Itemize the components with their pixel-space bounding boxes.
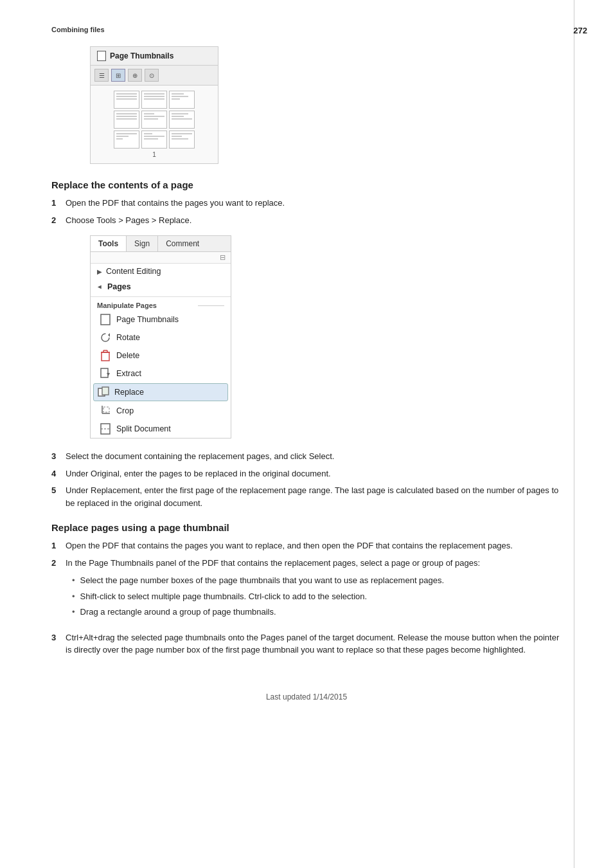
step-num: 1 (51, 539, 60, 552)
tb-more-icon: ⊙ (145, 69, 159, 82)
step-text: Open the PDF that contains the pages you… (66, 197, 285, 210)
tools-item-label: Rotate (116, 333, 140, 342)
page-icon (97, 51, 106, 61)
thumb-cell-7 (114, 131, 139, 149)
svg-rect-11 (102, 387, 109, 395)
step-text: Open the PDF that contains the pages you… (66, 539, 513, 552)
step-2-3: 3 Ctrl+Alt+drag the selected page thumbn… (51, 631, 562, 656)
step-text: Choose Tools > Pages > Replace. (66, 214, 191, 227)
manipulate-pages-label: Manipulate Pages (91, 299, 231, 311)
step-1-4: 4 Under Original, enter the pages to be … (51, 467, 562, 480)
thumbnail-panel-toolbar: ☰ ⊞ ⊕ ⊙ (91, 66, 218, 86)
thumbnail-panel-title: Page Thumbnails (110, 51, 173, 60)
step-text: Ctrl+Alt+drag the selected page thumbnai… (66, 631, 562, 656)
tools-item-label: Page Thumbnails (116, 315, 179, 324)
tb-zoom-icon: ⊕ (128, 69, 142, 82)
content-editing-label: Content Editing (106, 267, 161, 276)
rotate-icon (100, 332, 111, 343)
thumb-cell-2 (141, 91, 167, 109)
delete-icon (100, 350, 111, 361)
step-1-3: 3 Select the document containing the rep… (51, 450, 562, 463)
tools-item-delete[interactable]: Delete (91, 347, 231, 365)
tb-grid-icon: ⊞ (111, 69, 125, 82)
tools-item-rotate[interactable]: Rotate (91, 329, 231, 347)
tab-sign[interactable]: Sign (127, 236, 158, 251)
page-thumb-icon (100, 314, 111, 325)
tools-item-label: Replace (114, 388, 144, 397)
step-num: 2 (51, 557, 60, 570)
thumbnail-content: 1 (91, 86, 218, 163)
step-1-2: 2 Choose Tools > Pages > Replace. (51, 214, 562, 227)
thumb-cell-3 (169, 91, 195, 109)
content-editing-row[interactable]: ▶ Content Editing (91, 264, 231, 279)
svg-point-1 (102, 334, 109, 341)
replace-icon (98, 386, 109, 398)
section2-heading: Replace pages using a page thumbnail (51, 522, 562, 533)
step-text: Under Replacement, enter the first page … (66, 484, 562, 509)
thumb-cell-4 (114, 111, 139, 129)
section1-heading: Replace the contents of a page (51, 179, 562, 190)
pages-row[interactable]: ▼ Pages (91, 279, 231, 294)
tools-item-split[interactable]: Split Document (91, 420, 231, 438)
tools-item-replace[interactable]: Replace (93, 383, 228, 401)
svg-marker-2 (108, 333, 110, 337)
extract-icon (100, 368, 111, 379)
crop-icon (100, 405, 111, 417)
svg-rect-0 (101, 314, 110, 325)
step-1-5: 5 Under Replacement, enter the first pag… (51, 484, 562, 509)
tools-tabs: Tools Sign Comment (91, 236, 231, 252)
step-num: 5 (51, 484, 60, 509)
page-header: Combining files (51, 26, 562, 33)
tools-item-label: Crop (116, 406, 134, 415)
step-num: 3 (51, 631, 60, 656)
step-num: 2 (51, 214, 60, 227)
svg-rect-3 (102, 352, 109, 361)
step-num: 3 (51, 450, 60, 463)
tools-item-label: Extract (116, 369, 141, 378)
content-editing-arrow: ▶ (97, 268, 102, 275)
step-2-2: 2 In the Page Thumbnails panel of the PD… (51, 557, 562, 627)
page-number: 272 (573, 26, 587, 35)
step-2-1: 1 Open the PDF that contains the pages y… (51, 539, 562, 552)
thumb-cell-8 (141, 131, 167, 149)
step-text: Under Original, enter the pages to be re… (66, 467, 331, 480)
step-text: In the Page Thumbnails panel of the PDF … (66, 557, 480, 570)
thumb-cell-6 (169, 111, 195, 129)
section1-more-steps: 3 Select the document containing the rep… (51, 450, 562, 509)
thumb-cell-9 (169, 131, 195, 149)
tab-comment[interactable]: Comment (158, 236, 207, 251)
tools-panel: Tools Sign Comment ⊟ ▶ Content Editing ▼… (90, 235, 231, 439)
split-icon (100, 423, 111, 435)
tab-tools[interactable]: Tools (91, 236, 127, 251)
panel-options-icon: ⊟ (220, 253, 226, 262)
tb-list-icon: ☰ (94, 69, 109, 82)
tools-item-extract[interactable]: Extract (91, 365, 231, 383)
bullet-1: Select the page number boxes of the page… (72, 574, 562, 587)
step-text: Select the document containing the repla… (66, 450, 334, 463)
pages-arrow: ▼ (96, 284, 103, 290)
footer: Last updated 1/14/2015 (51, 682, 562, 701)
tools-item-page-thumbnails[interactable]: Page Thumbnails (91, 311, 231, 329)
step-1-1: 1 Open the PDF that contains the pages y… (51, 197, 562, 210)
bullet-2: Shift-click to select multiple page thum… (72, 590, 562, 603)
step-2-2-bullets: Select the page number boxes of the page… (72, 574, 562, 622)
pages-label: Pages (107, 282, 131, 291)
section2-steps: 1 Open the PDF that contains the pages y… (51, 539, 562, 656)
thumb-cell-5 (141, 111, 167, 129)
thumbnail-panel-image: Page Thumbnails ☰ ⊞ ⊕ ⊙ (90, 46, 218, 164)
thumb-cell-1 (114, 91, 139, 109)
bullet-3: Drag a rectangle around a group of page … (72, 606, 562, 619)
tools-item-label: Split Document (116, 424, 171, 433)
tools-item-label: Delete (116, 351, 139, 360)
tools-item-crop[interactable]: Crop (91, 402, 231, 420)
step-num: 1 (51, 197, 60, 210)
thumb-grid (114, 91, 195, 149)
svg-rect-14 (103, 407, 109, 412)
step-num: 4 (51, 467, 60, 480)
section1-steps: 1 Open the PDF that contains the pages y… (51, 197, 562, 226)
thumbnail-panel-header: Page Thumbnails (91, 47, 218, 66)
thumbnail-page-label: 1 (152, 151, 156, 158)
footer-text: Last updated 1/14/2015 (266, 692, 347, 701)
